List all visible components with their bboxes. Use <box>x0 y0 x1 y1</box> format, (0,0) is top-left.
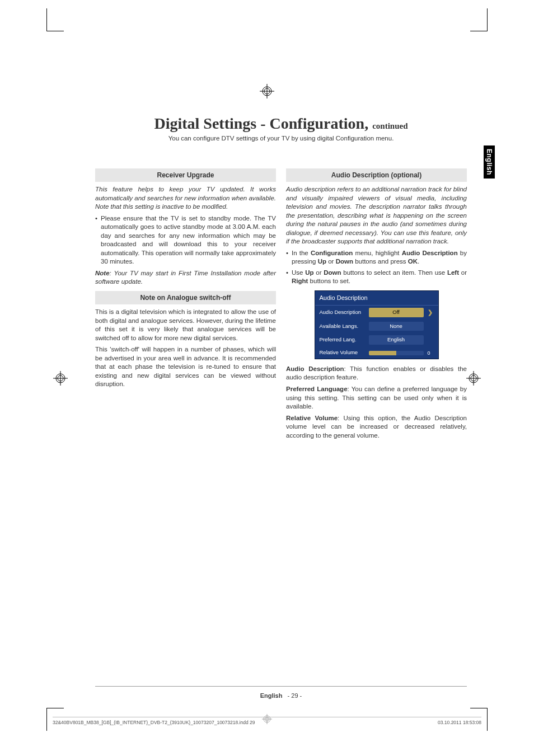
receiver-upgrade-bullet: Please ensure that the TV is set to stan… <box>95 214 276 266</box>
text: menu, highlight <box>353 250 401 256</box>
osd-slider <box>369 351 424 355</box>
receiver-upgrade-note: Note: Your TV may start in First Time In… <box>95 269 276 287</box>
term: Relative Volume <box>286 415 338 421</box>
title-main: Digital Settings - Configuration, <box>154 115 368 132</box>
text: buttons to select an item. Then use <box>341 269 447 276</box>
imprint-date: 03.10.2011 18:53:08 <box>438 720 481 725</box>
section-heading-analogue-switchoff: Note on Analogue switch-off <box>95 291 276 304</box>
section-heading-receiver-upgrade: Receiver Upgrade <box>95 168 276 182</box>
analogue-para-1: This is a digital television which is in… <box>95 308 276 342</box>
desc-audio-description: Audio Description: This function enables… <box>286 365 467 382</box>
text: or <box>314 269 324 276</box>
left-column: Receiver Upgrade This feature helps to k… <box>95 164 276 443</box>
text: or <box>459 269 467 276</box>
text-bold: Audio Description <box>402 250 458 256</box>
receiver-upgrade-intro: This feature helps to keep your TV updat… <box>95 185 276 212</box>
osd-menu-row: Relative Volume <box>315 347 438 359</box>
text: In the <box>292 250 311 256</box>
text-bold: Up <box>305 269 313 276</box>
osd-menu-row: Audio Description Off ❯ <box>315 306 438 320</box>
language-tab: English <box>484 145 495 179</box>
footer-divider <box>95 686 467 687</box>
registration-mark-icon <box>466 371 481 386</box>
desc-relative-volume: Relative Volume: Using this option, the … <box>286 414 467 440</box>
registration-mark-icon <box>262 714 272 726</box>
osd-row-label: Relative Volume <box>320 349 366 356</box>
text: buttons and press <box>353 258 408 265</box>
text-bold: Configuration <box>311 250 353 256</box>
content-columns: Receiver Upgrade This feature helps to k… <box>95 164 467 443</box>
footer-language: English <box>260 692 283 699</box>
osd-row-label: Preferred Lang. <box>320 336 366 344</box>
crop-mark <box>470 8 488 31</box>
text-bold: OK <box>408 258 418 265</box>
term: Preferred Language <box>286 386 348 392</box>
page-footer: English - 29 - <box>95 692 467 699</box>
title-continued: continued <box>372 121 407 130</box>
desc-preferred-language: Preferred Language: You can define a pre… <box>286 385 467 411</box>
text: or <box>326 258 336 265</box>
osd-row-value: Off <box>369 308 424 317</box>
text-bold: Right <box>292 278 308 284</box>
osd-menu-row: Preferred Lang. English <box>315 333 438 347</box>
text-bold: Up <box>318 258 326 265</box>
text: Use <box>292 269 305 276</box>
osd-row-label: Audio Description <box>320 309 366 316</box>
text-bold: Down <box>336 258 353 265</box>
note-label: Note <box>95 270 110 276</box>
osd-row-value: None <box>369 322 424 331</box>
page-content: Digital Settings - Configuration, contin… <box>95 115 467 683</box>
page-title: Digital Settings - Configuration, contin… <box>95 115 467 133</box>
audio-desc-bullet-2: Use Up or Down buttons to select an item… <box>286 269 467 286</box>
audio-desc-intro: Audio description refers to an additiona… <box>286 185 467 246</box>
text: buttons to set. <box>308 278 350 284</box>
note-text: : Your TV may start in First Time Instal… <box>95 270 276 285</box>
crop-mark <box>46 8 64 31</box>
text-bold: Down <box>324 269 341 276</box>
page-subtitle: You can configure DTV settings of your T… <box>95 135 467 142</box>
osd-menu-row: Available Langs. None <box>315 320 438 334</box>
osd-row-value: English <box>369 335 424 345</box>
osd-menu-audio-description: Audio Description Audio Description Off … <box>315 290 439 359</box>
registration-mark-icon <box>260 84 274 98</box>
osd-row-label: Available Langs. <box>320 323 366 330</box>
footer-page-number: - 29 - <box>288 692 302 699</box>
text-bold: Left <box>447 269 459 276</box>
analogue-para-2: This 'switch-off' will happen in a numbe… <box>95 345 276 389</box>
right-column: Audio Description (optional) Audio descr… <box>286 164 467 443</box>
registration-mark-icon <box>53 371 68 386</box>
imprint-file: 32&40BV801B_MB38_[GB]_(IB_INTERNET)_DVB-… <box>53 720 255 725</box>
text: . <box>418 258 419 265</box>
audio-desc-bullet-1: In the Configuration menu, highlight Aud… <box>286 249 467 266</box>
term: Audio Description <box>286 365 344 372</box>
section-heading-audio-description: Audio Description (optional) <box>286 168 467 182</box>
chevron-right-icon: ❯ <box>427 308 434 317</box>
osd-menu-title: Audio Description <box>315 291 438 306</box>
